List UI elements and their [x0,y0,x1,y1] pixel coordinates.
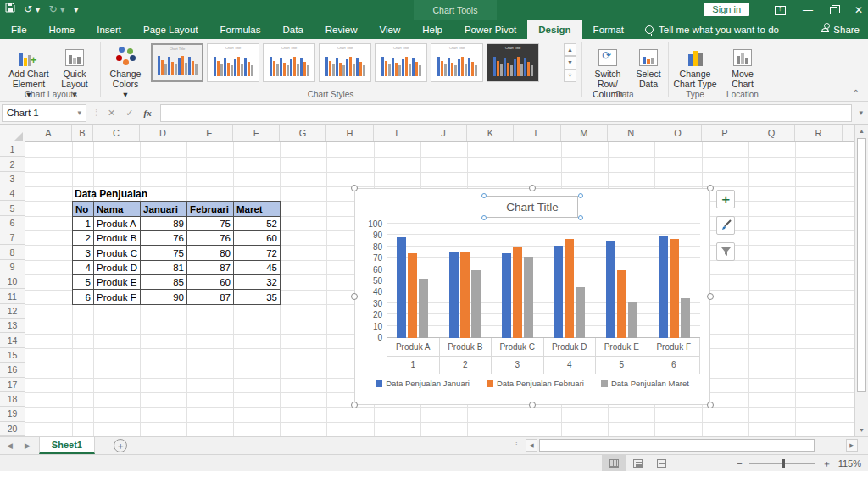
minimize-icon[interactable]: — [803,4,813,16]
row-header-4[interactable]: 4 [0,186,25,201]
column-header-K[interactable]: K [467,125,514,141]
bar-data-penjualan-maret[interactable] [419,279,428,338]
tab-help[interactable]: Help [411,20,453,39]
column-header-J[interactable]: J [420,125,467,141]
cell[interactable]: 80 [187,246,234,260]
bar-data-penjualan-februari[interactable] [670,239,679,338]
chart-title[interactable]: Chart Title [487,196,578,218]
cell[interactable]: 6 [73,290,94,304]
chart-resize-handle[interactable] [707,402,714,408]
vertical-scrollbar[interactable]: ▲ ▼ [854,125,868,436]
bar-data-penjualan-januari[interactable] [659,236,668,338]
gallery-scroll-up-icon[interactable]: ▲ [564,43,576,56]
bar-data-penjualan-maret[interactable] [576,287,585,338]
title-handle[interactable] [578,193,583,198]
chart-style-thumbnail[interactable]: Chart Title [375,43,427,82]
column-header-M[interactable]: M [561,125,608,141]
title-handle[interactable] [481,215,487,220]
chart-style-thumbnail[interactable]: Chart Title [431,43,483,82]
zoom-level[interactable]: 115% [838,458,861,469]
header-cell[interactable]: Februari [187,202,234,216]
header-cell[interactable]: No [73,202,94,216]
name-box-dropdown-icon[interactable]: ▾ [77,108,81,117]
tab-view[interactable]: View [369,20,412,39]
move-chart-button[interactable]: Move Chart [724,44,761,89]
tab-power-pivot[interactable]: Power Pivot [453,20,527,39]
zoom-in-icon[interactable]: ＋ [822,458,832,470]
row-header-3[interactable]: 3 [0,172,25,186]
gallery-more-icon[interactable]: ⩒ [564,69,576,82]
header-cell[interactable]: Maret [234,202,281,216]
data-table[interactable]: NoNamaJanuariFebruariMaret1Produk A89755… [72,201,281,304]
cell[interactable]: Produk F [94,290,141,304]
collapse-ribbon-icon[interactable]: ⌃ [853,88,860,97]
gallery-scroll-down-icon[interactable]: ▼ [564,56,576,69]
column-header-N[interactable]: N [608,125,654,141]
horizontal-scrollbar[interactable]: ◀ ▶ [526,438,858,452]
change-chart-type-button[interactable]: Change Chart Type [671,44,719,89]
tab-design[interactable]: Design [527,20,581,39]
cell[interactable]: 35 [234,290,281,304]
cell[interactable]: 90 [141,290,187,304]
column-header-F[interactable]: F [233,125,280,141]
chart-resize-handle[interactable] [351,402,358,408]
cell[interactable]: 4 [73,260,94,274]
zoom-out-icon[interactable]: − [737,458,742,469]
row-header-1[interactable]: 1 [0,142,25,157]
cell[interactable]: 85 [141,275,187,290]
redo-icon[interactable]: ↻ ▾ [48,3,64,15]
cell[interactable]: Produk D [94,260,141,274]
legend-item[interactable]: Data Penjualan Januari [376,379,470,388]
column-header-O[interactable]: O [654,125,701,141]
column-header-R[interactable]: R [795,125,842,141]
cell[interactable]: 87 [187,290,234,304]
bar-data-penjualan-februari[interactable] [408,253,417,339]
row-header-6[interactable]: 6 [0,216,25,230]
cell[interactable]: Produk A [94,216,141,230]
legend-item[interactable]: Data Penjualan Februari [487,379,584,388]
chart-object[interactable]: Chart Title 0102030405060708090100 Produ… [354,188,710,405]
scroll-down-icon[interactable]: ▼ [855,424,868,436]
save-icon[interactable] [5,3,15,15]
bar-data-penjualan-februari[interactable] [565,239,574,338]
chart-resize-handle[interactable] [707,185,714,191]
row-header-17[interactable]: 17 [0,378,25,392]
zoom-slider[interactable] [749,463,815,464]
chart-resize-handle[interactable] [529,402,536,408]
chart-style-thumbnail[interactable]: Chart Title [151,43,203,82]
restore-icon[interactable] [830,7,837,14]
column-header-C[interactable]: C [93,125,140,141]
bar-data-penjualan-januari[interactable] [449,252,459,338]
cell[interactable]: 2 [73,231,94,246]
column-header-D[interactable]: D [140,125,186,141]
row-header-14[interactable]: 14 [0,333,25,347]
bar-data-penjualan-januari[interactable] [502,253,511,339]
bar-data-penjualan-februari[interactable] [617,270,626,338]
bar-data-penjualan-februari[interactable] [513,247,522,338]
column-header-L[interactable]: L [514,125,560,141]
cell[interactable]: 89 [141,216,187,230]
tab-data[interactable]: Data [272,20,314,39]
tab-review[interactable]: Review [314,20,369,39]
zoom-slider-thumb[interactable] [782,459,785,468]
tab-splitter[interactable]: ⁞ [515,440,517,448]
cell[interactable]: 87 [187,260,234,274]
undo-icon[interactable]: ↺ ▾ [24,3,40,15]
row-header-20[interactable]: 20 [0,422,25,436]
normal-view-button[interactable] [602,455,626,472]
cell[interactable]: 60 [187,275,234,290]
page-break-view-button[interactable] [649,455,673,472]
scroll-right-icon[interactable]: ▶ [846,439,858,452]
header-cell[interactable]: Januari [141,202,187,216]
column-header-A[interactable]: A [25,125,72,141]
cancel-icon[interactable]: ✕ [108,108,115,119]
bar-data-penjualan-maret[interactable] [471,270,481,338]
tell-me-box[interactable]: Tell me what you want to do [635,20,789,39]
chart-style-thumbnail[interactable]: Chart Title [319,43,371,82]
sheet-nav-right-icon[interactable]: ▶ [25,441,31,450]
row-header-15[interactable]: 15 [0,348,25,363]
name-box[interactable]: Chart 1 ▾ [2,104,86,122]
column-header-G[interactable]: G [280,125,326,141]
cell[interactable]: Produk C [94,246,141,260]
row-header-11[interactable]: 11 [0,289,25,303]
